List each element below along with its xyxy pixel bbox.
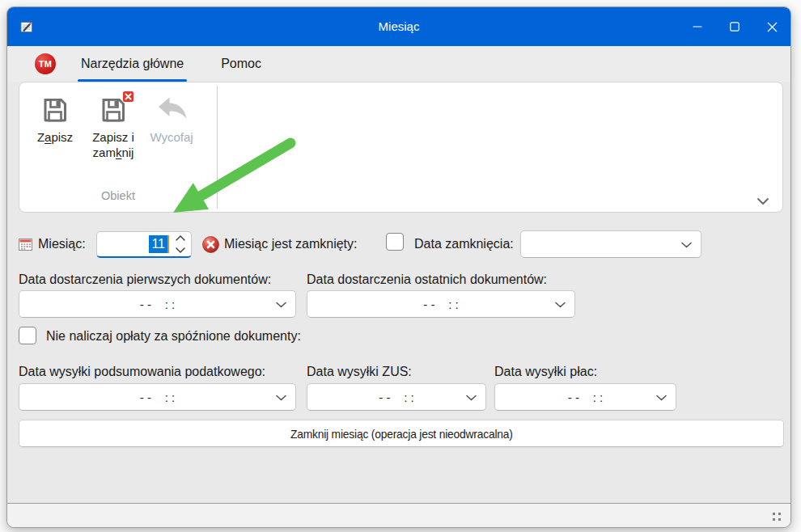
late-fee-checkbox[interactable] [19,327,36,344]
window-controls [679,7,790,46]
ribbon-panel: Zapisz [19,82,783,213]
save-and-close-button-label: Zapisz izamknij [92,129,134,160]
ribbon-collapse-button[interactable] [756,194,769,204]
month-increment-button[interactable] [170,232,191,244]
ribbon-group-label: Obiekt [19,189,217,202]
month-closed-checkbox[interactable] [386,233,404,251]
calendar-icon [19,238,32,255]
save-and-close-button[interactable]: Zapisz izamknij [83,94,144,160]
chevron-down-icon [656,390,667,404]
undo-arrow-icon [154,94,189,128]
chevron-down-icon [276,390,286,404]
text-caret [167,235,169,253]
month-closed-label: Miesiąc jest zamknięty: [224,236,358,252]
tab-pomoc[interactable]: Pomoc [219,46,263,82]
month-label: Miesiąc: [38,236,86,252]
tax-summary-label: Data wysyłki podsumowania podatkowego: [19,364,265,380]
save-button[interactable]: Zapisz [29,94,81,145]
statusbar [7,503,790,527]
undo-button[interactable]: Wycofaj [146,94,197,145]
late-fee-label: Nie naliczaj opłaty za spóźnione dokumen… [46,328,301,344]
undo-button-label: Wycofaj [150,129,193,145]
chevron-down-icon [555,297,566,311]
month-value[interactable]: 11 [149,235,167,253]
resize-grip[interactable] [773,513,781,521]
payroll-label: Data wysyłki płac: [494,364,597,380]
chevron-down-icon [276,297,286,311]
last-docs-label: Data dostarczenia ostatnich dokumentów: [307,272,547,288]
close-month-button-label: Zamknij miesiąc (operacja jest nieodwrac… [290,427,513,441]
first-docs-value: - - : : [140,298,175,311]
month-spinner[interactable]: 11 [96,231,192,258]
chevron-down-icon [466,390,477,404]
minimize-button[interactable] [679,7,716,46]
tax-summary-dropdown[interactable]: - - : : [19,383,296,411]
app-menu-badge[interactable]: TM [35,53,56,74]
close-date-label: Data zamknięcia: [414,236,514,252]
month-decrement-button[interactable] [170,244,191,256]
tax-summary-value: - - : : [140,391,175,404]
ribbon-tab-row: TM Narzędzia główne Pomoc [7,46,790,82]
titlebar: Miesiąc [7,7,790,46]
close-button[interactable] [753,7,790,46]
zus-dropdown[interactable]: - - : : [307,383,486,411]
floppy-disk-red-x-icon [95,94,131,128]
floppy-disk-icon [37,94,73,128]
dialog-content: Zapisz [7,82,790,503]
ribbon-group-separator [217,86,218,209]
error-red-circle-x-icon [202,236,219,256]
tab-narzedzia-glowne[interactable]: Narzędzia główne [79,46,185,82]
maximize-button[interactable] [716,7,753,46]
chevron-down-icon [681,237,692,251]
payroll-dropdown[interactable]: - - : : [494,383,676,411]
zus-label: Data wysyłki ZUS: [307,364,412,380]
zus-value: - - : : [379,391,413,404]
save-button-label: Zapisz [37,129,73,145]
close-date-dropdown[interactable] [520,230,701,258]
payroll-value: - - : : [568,391,603,404]
window-title: Miesiąc [379,7,420,46]
close-month-button[interactable]: Zamknij miesiąc (operacja jest nieodwrac… [19,420,784,447]
month-spin-buttons [170,232,191,256]
red-x-badge-icon [122,91,134,103]
app-icon [19,19,34,34]
first-docs-dropdown[interactable]: - - : : [19,290,296,318]
first-docs-label: Data dostarczenia pierwszych dokumentów: [19,272,271,288]
last-docs-value: - - : : [423,298,458,311]
last-docs-dropdown[interactable]: - - : : [307,290,575,318]
app-window: Miesiąc TM Narzędzia główne Pomoc [6,6,791,528]
